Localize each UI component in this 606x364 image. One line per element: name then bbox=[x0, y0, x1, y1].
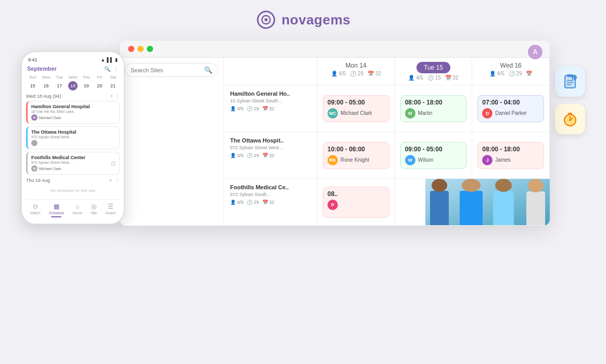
rone-avatar: RK bbox=[327, 155, 338, 165]
sidebar: 🔍 bbox=[120, 58, 224, 226]
site-cell-hamilton: Hamilton General Ho.. 15 Sylvan Street S… bbox=[224, 85, 318, 132]
more-icon[interactable]: ⋮ bbox=[113, 66, 119, 72]
cal-day-20[interactable]: 20 bbox=[95, 81, 104, 90]
schedule-card-hamilton[interactable]: Hamilton General Hospital 18 Oak Hill Rd… bbox=[26, 101, 120, 124]
nav-site[interactable]: ◎ Site bbox=[91, 203, 97, 217]
hamilton-people: 👤 4/5 bbox=[230, 106, 244, 111]
shift-hamilton-mon[interactable]: 09:00 - 05:00 MC Michael Clark bbox=[318, 85, 395, 132]
shift-card-hamilton-mon[interactable]: 09:00 - 05:00 MC Michael Clark bbox=[323, 95, 389, 122]
martin-name: Martin bbox=[418, 110, 433, 116]
home-icon: ⌂ bbox=[75, 203, 79, 210]
svg-point-14 bbox=[569, 119, 571, 121]
james-avatar: J bbox=[482, 155, 493, 165]
shift-card-ottawa-mon[interactable]: 10:00 - 06:00 RK Rone Knight bbox=[323, 142, 389, 169]
nav-home-label: Home bbox=[72, 211, 82, 215]
svg-text:!: ! bbox=[573, 76, 574, 80]
shift-card-hamilton-tue[interactable]: 08:00 - 18:00 M Martin bbox=[400, 95, 467, 122]
shift-foothills-mon[interactable]: 08.. P bbox=[318, 179, 395, 225]
cal-icon: 📅 32 bbox=[368, 71, 381, 76]
cal-day-15[interactable]: 15 bbox=[28, 81, 37, 90]
cal-day-16[interactable]: 16 bbox=[42, 81, 51, 90]
phone-cal-actions[interactable]: 🔍 ⋮ bbox=[104, 66, 119, 72]
search-input[interactable] bbox=[131, 67, 201, 73]
search-icon[interactable]: 🔍 bbox=[104, 66, 110, 72]
cal-day-17[interactable]: 17 bbox=[55, 81, 64, 90]
wilson-name: Wilson bbox=[418, 157, 434, 163]
shift-hamilton-wed[interactable]: 07:00 - 04:00 D Daniel Parker bbox=[472, 85, 550, 132]
schedule-row-foothills: Foothills Medical Ce.. 972 Sylvan South … bbox=[224, 179, 550, 226]
shift-ottawa-wed[interactable]: 08:00 - 18:00 J James bbox=[472, 132, 550, 178]
michael-clark-avatar: M bbox=[31, 114, 37, 121]
daniel-avatar: D bbox=[482, 108, 493, 119]
guard-icon: ☰ bbox=[108, 203, 113, 210]
calendar-days-header: Sun Mon Tue Wed Thu Fri Sat bbox=[26, 75, 120, 80]
ottawa-name: The Ottawa Hospit.. bbox=[230, 137, 311, 144]
schedule-card-foothills[interactable]: Foothills Medical Center 972 Sylvan Stre… bbox=[26, 152, 120, 175]
schedule-row-hamilton: Hamilton General Ho.. 15 Sylvan Street S… bbox=[224, 85, 550, 132]
day-meta-tue: 👤 4/5 🕐 15 📅 32 bbox=[401, 75, 466, 81]
cal-day-19[interactable]: 19 bbox=[82, 81, 91, 90]
foothills-camera-icon: ⊡ bbox=[111, 160, 116, 167]
cal-icon-wed: 📅 bbox=[526, 71, 532, 76]
foothills-cal: 📅 32 bbox=[262, 200, 275, 205]
minimize-button[interactable] bbox=[137, 46, 144, 52]
cal-day-18-today[interactable]: 18 bbox=[68, 81, 78, 90]
people-icon: 👤 4/5 bbox=[331, 71, 346, 76]
close-button[interactable] bbox=[128, 46, 134, 52]
card-foothills-address: 972 Sylvan Street West ... bbox=[31, 161, 111, 164]
hamilton-time: 🕐 29 bbox=[247, 106, 259, 111]
cal-day-21[interactable]: 21 bbox=[108, 81, 118, 90]
nav-guard[interactable]: ☰ Guard bbox=[105, 203, 115, 217]
ottawa-meta: 👤 4/5 🕐 29 📅 32 bbox=[230, 153, 311, 158]
app-header: novagems bbox=[256, 0, 351, 35]
james-name: James bbox=[495, 157, 510, 163]
michael-clark-label: Michael Clark bbox=[39, 116, 61, 120]
maximize-button[interactable] bbox=[147, 46, 153, 52]
martin-avatar: M bbox=[405, 108, 415, 119]
ottawa-people: 👤 4/5 bbox=[230, 153, 244, 158]
foothills-people: 👤 4/5 bbox=[230, 200, 244, 205]
wed-section-header: Wed 18 Aug (94) + ⋮ bbox=[26, 94, 120, 99]
shift-time-ottawa-tue: 09:00 - 05:00 bbox=[405, 146, 462, 153]
michael-clark-name-grid: Michael Clark bbox=[340, 110, 372, 116]
schedule-card-ottawa[interactable]: The Ottawa Hospital 972 Sylvan Street We… bbox=[26, 126, 120, 149]
shift-time-ottawa-wed: 08:00 - 18:00 bbox=[482, 146, 539, 153]
thu-actions[interactable]: + ⋮ bbox=[109, 178, 120, 183]
shift-card-ottawa-tue[interactable]: 09:00 - 05:00 W Wilson bbox=[400, 142, 467, 169]
shift-card-ottawa-wed[interactable]: 08:00 - 18:00 J James bbox=[477, 142, 544, 169]
timer-widget[interactable] bbox=[555, 104, 585, 134]
shift-ottawa-mon[interactable]: 10:00 - 06:00 RK Rone Knight bbox=[318, 132, 395, 178]
svg-point-5 bbox=[572, 75, 577, 80]
ottawa-time: 🕐 29 bbox=[247, 153, 259, 158]
clipboard-widget[interactable]: ! bbox=[555, 67, 585, 97]
right-widgets: ! bbox=[555, 67, 585, 134]
clipboard-icon: ! bbox=[562, 73, 578, 90]
shift-ottawa-tue[interactable]: 09:00 - 05:00 W Wilson bbox=[395, 132, 473, 178]
nav-watch[interactable]: ⊙ Watch bbox=[30, 203, 41, 217]
timer-icon bbox=[562, 111, 578, 127]
nav-schedule-label: Schedule bbox=[49, 211, 64, 215]
search-icon[interactable]: 🔍 bbox=[204, 66, 212, 74]
michael-clark-avatar-grid: MC bbox=[327, 108, 338, 119]
schedule-body: Hamilton General Ho.. 15 Sylvan Street S… bbox=[224, 85, 550, 226]
card-foothills-person: M Michael Clark bbox=[31, 165, 111, 172]
wilson-avatar: W bbox=[405, 155, 415, 165]
add-thu-icon[interactable]: + bbox=[109, 178, 112, 183]
battery-icon: ▮ bbox=[115, 57, 118, 62]
shift-card-hamilton-wed[interactable]: 07:00 - 04:00 D Daniel Parker bbox=[477, 95, 544, 122]
more-thu-icon[interactable]: ⋮ bbox=[115, 178, 120, 183]
shift-card-foothills-mon[interactable]: 08.. P bbox=[323, 187, 389, 218]
add-icon[interactable]: + bbox=[110, 94, 113, 99]
search-bar[interactable]: 🔍 bbox=[125, 63, 218, 77]
wed-date-label: Wed 18 Aug (94) bbox=[26, 94, 61, 99]
wed-actions[interactable]: + ⋮ bbox=[110, 94, 120, 99]
phone-calendar-header: September 🔍 ⋮ bbox=[26, 66, 120, 72]
phone-time: 9:41 bbox=[28, 57, 37, 62]
wifi-icon: ▲ bbox=[100, 57, 105, 62]
nav-home[interactable]: ⌂ Home bbox=[72, 203, 82, 217]
day-label-mon: Mon 14 bbox=[324, 62, 388, 69]
shift-hamilton-tue[interactable]: 08:00 - 18:00 M Martin bbox=[395, 85, 473, 132]
more-icon[interactable]: ⋮ bbox=[115, 94, 120, 99]
nav-schedule[interactable]: ▦ Schedule bbox=[49, 203, 64, 217]
card-hamilton-person: M Michael Clark bbox=[31, 114, 116, 121]
